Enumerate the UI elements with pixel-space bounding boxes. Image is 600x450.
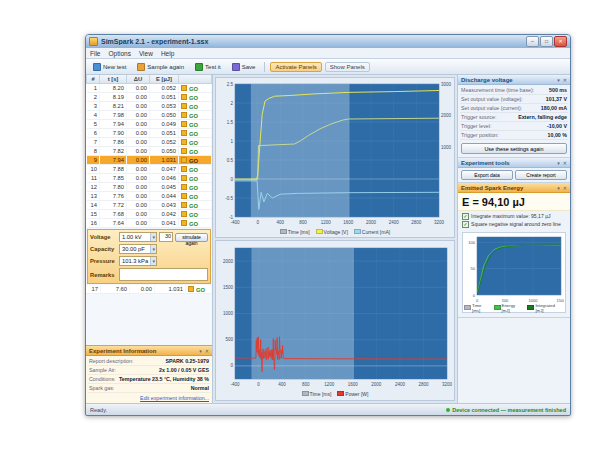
- table-row[interactable]: 127.800.000.045GO: [87, 183, 212, 192]
- table-row[interactable]: 107.880.000.047GO: [87, 165, 212, 174]
- pressure-label: Pressure: [90, 258, 117, 264]
- close-icon[interactable]: ✕: [205, 348, 209, 354]
- results-table[interactable]: #t [s]ΔUE [µJ] 18.200.000.052GO28.190.00…: [86, 75, 212, 228]
- table-row[interactable]: 167.640.000.041GO: [87, 219, 212, 228]
- tab-activate-panels[interactable]: Activate Panels: [270, 62, 321, 72]
- table-row[interactable]: 157.680.000.042GO: [87, 210, 212, 219]
- table-cell: 4: [87, 111, 100, 120]
- legend-swatch-icon: [302, 391, 309, 396]
- table-cell: 14: [87, 201, 100, 210]
- edit-experiment-link[interactable]: Edit experiment information...: [140, 395, 209, 401]
- voltage-count-input[interactable]: 30: [159, 232, 173, 242]
- maximize-button[interactable]: □: [540, 36, 553, 47]
- spark-status-icon: [181, 139, 187, 145]
- energy-option[interactable]: ✓Square negative signal around zero line: [458, 221, 570, 229]
- voltage-select[interactable]: 1.00 kV ▾: [119, 232, 157, 242]
- power-plot[interactable]: 0500100015002000-40004008001200160020002…: [215, 244, 455, 390]
- energy-header[interactable]: Emitted Spark Energy ▾ ✕: [458, 183, 570, 193]
- capacity-select[interactable]: 30.00 pF ▾: [119, 244, 157, 254]
- tools-header[interactable]: Experiment tools ▾ ✕: [458, 158, 570, 168]
- table-row[interactable]: 67.900.000.051GO: [87, 129, 212, 138]
- close-button[interactable]: ✕: [554, 36, 567, 47]
- remarks-input[interactable]: [119, 268, 208, 281]
- table-row[interactable]: 87.820.000.050GO: [87, 147, 212, 156]
- results-table-extra[interactable]: 177.600.001.031GO: [86, 285, 212, 294]
- create-report-button[interactable]: Create report: [515, 170, 567, 180]
- power-legend: Time [ms]Power [W]: [302, 390, 369, 397]
- spark-status-icon: [181, 85, 187, 91]
- checkbox-icon[interactable]: ✓: [462, 213, 469, 220]
- table-cell: 1.031: [150, 156, 179, 165]
- table-row[interactable]: 97.940.001.031GO: [87, 156, 212, 165]
- menu-item-file[interactable]: File: [90, 50, 100, 57]
- table-row[interactable]: 57.940.000.049GO: [87, 120, 212, 129]
- minimize-button[interactable]: –: [526, 36, 539, 47]
- close-icon[interactable]: ✕: [563, 160, 567, 166]
- column-header[interactable]: E [µJ]: [150, 75, 179, 84]
- close-icon[interactable]: ✕: [563, 185, 567, 191]
- test-it-button[interactable]: Test it: [191, 61, 225, 73]
- pressure-select[interactable]: 101.3 kPa ▾: [119, 256, 157, 266]
- table-cell: GO: [179, 219, 212, 228]
- new-test-button[interactable]: New test: [89, 61, 130, 73]
- spark-status-icon: [181, 202, 187, 208]
- app-icon: [89, 37, 98, 46]
- power-chart: 0500100015002000-40004008001200160020002…: [215, 240, 455, 401]
- checkbox-icon[interactable]: ✓: [462, 221, 469, 228]
- table-cell: 1.031: [155, 285, 186, 294]
- discharge-header[interactable]: Discharge voltage ▾ ✕: [458, 75, 570, 85]
- menu-item-view[interactable]: View: [139, 50, 153, 57]
- column-header[interactable]: ΔU: [127, 75, 150, 84]
- energy-option[interactable]: ✓Integrate maximum value: 95,17 µJ: [458, 213, 570, 221]
- svg-text:100: 100: [468, 240, 475, 245]
- voltage-current-plot[interactable]: -1-0.500.511.522.5-400040080012001600200…: [215, 80, 455, 228]
- experiment-info-header[interactable]: Experiment Information ▾ ✕: [86, 346, 212, 356]
- spark-status-icon: [181, 157, 187, 163]
- table-cell: GO: [179, 201, 212, 210]
- table-cell: 7.85: [100, 174, 127, 183]
- table-cell: 0.041: [150, 219, 179, 228]
- table-cell: 0.043: [150, 201, 179, 210]
- pin-icon[interactable]: ▾: [557, 185, 560, 191]
- menu-item-options[interactable]: Options: [108, 50, 130, 57]
- table-cell: 11: [87, 174, 100, 183]
- legend-item: Time [ms]: [464, 303, 491, 313]
- table-row[interactable]: 117.850.000.046GO: [87, 174, 212, 183]
- save-button[interactable]: Save: [228, 61, 260, 73]
- svg-text:2800: 2800: [418, 382, 429, 387]
- table-row[interactable]: 177.600.001.031GO: [86, 285, 212, 294]
- titlebar[interactable]: SimSpark 2.1 - experiment-1.ssx – □ ✕: [86, 35, 570, 48]
- pin-icon[interactable]: ▾: [557, 160, 560, 166]
- spark-status-icon: [181, 220, 187, 226]
- table-row[interactable]: 18.200.000.052GO: [87, 84, 212, 93]
- capacity-label: Capacity: [90, 246, 117, 252]
- connection-status-icon: [446, 408, 450, 412]
- table-row[interactable]: 38.210.000.053GO: [87, 102, 212, 111]
- right-panel: Discharge voltage ▾ ✕ Measurement time (…: [457, 75, 570, 403]
- svg-text:0: 0: [230, 177, 233, 182]
- table-cell: 5: [87, 120, 100, 129]
- table-row[interactable]: 137.760.000.044GO: [87, 192, 212, 201]
- simulate-again-button[interactable]: simulate again: [175, 233, 208, 242]
- energy-plot[interactable]: 050100050010001500: [464, 234, 564, 304]
- svg-text:500: 500: [225, 337, 233, 342]
- column-header[interactable]: #: [87, 75, 100, 84]
- close-icon[interactable]: ✕: [563, 77, 567, 83]
- table-row[interactable]: 77.860.000.052GO: [87, 138, 212, 147]
- tab-show-panels[interactable]: Show Panels: [325, 62, 370, 72]
- setting-value: 2x 1.00 / 0.05 V GES: [159, 367, 209, 373]
- export-data-button[interactable]: Export data: [461, 170, 513, 180]
- column-header[interactable]: t [s]: [100, 75, 127, 84]
- setting-value: -10,00 V: [547, 123, 567, 129]
- pin-icon[interactable]: ▾: [557, 77, 560, 83]
- table-row[interactable]: 147.720.000.043GO: [87, 201, 212, 210]
- sample-again-button[interactable]: Sample again: [133, 61, 188, 73]
- table-row[interactable]: 47.980.000.050GO: [87, 111, 212, 120]
- tools-title: Experiment tools: [461, 160, 510, 166]
- column-header[interactable]: [179, 75, 212, 84]
- table-cell: 10: [87, 165, 100, 174]
- table-row[interactable]: 28.190.000.051GO: [87, 93, 212, 102]
- pin-icon[interactable]: ▾: [199, 348, 202, 354]
- menu-item-help[interactable]: Help: [161, 50, 174, 57]
- use-settings-button[interactable]: Use these settings again: [461, 143, 567, 154]
